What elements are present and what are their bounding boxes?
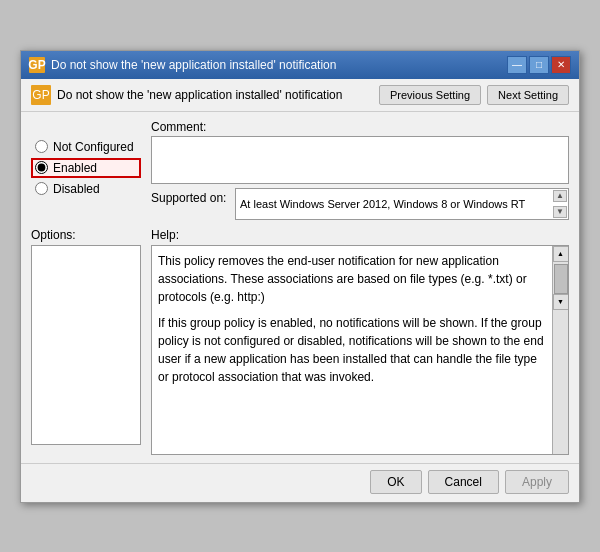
ok-button[interactable]: OK: [370, 470, 421, 494]
help-scroll-up[interactable]: ▲: [553, 246, 569, 262]
enabled-label: Enabled: [53, 161, 97, 175]
options-box: [31, 245, 141, 445]
header-bar: GP Do not show the 'new application inst…: [21, 79, 579, 112]
radio-group: Not Configured Enabled Disabled: [31, 120, 141, 220]
supported-label: Supported on:: [151, 188, 231, 205]
help-label: Help:: [151, 228, 569, 242]
disabled-label: Disabled: [53, 182, 100, 196]
enabled-radio-item[interactable]: Enabled: [31, 158, 141, 178]
header-icon-label: GP: [32, 88, 49, 102]
comment-label: Comment:: [151, 120, 569, 134]
options-panel: Options:: [31, 228, 141, 455]
bottom-section: Options: Help: This policy removes the e…: [31, 228, 569, 455]
footer: OK Cancel Apply: [21, 463, 579, 502]
not-configured-radio[interactable]: [35, 140, 48, 153]
cancel-button[interactable]: Cancel: [428, 470, 499, 494]
header-title: Do not show the 'new application install…: [57, 88, 342, 102]
right-section: Comment: Supported on: At least Windows …: [151, 120, 569, 220]
help-panel: Help: This policy removes the end-user n…: [151, 228, 569, 455]
header-left: GP Do not show the 'new application inst…: [31, 85, 342, 105]
main-window: GP Do not show the 'new application inst…: [20, 50, 580, 503]
supported-box: At least Windows Server 2012, Windows 8 …: [235, 188, 569, 220]
supported-scroll-up[interactable]: ▲: [553, 190, 567, 202]
next-setting-button[interactable]: Next Setting: [487, 85, 569, 105]
not-configured-label: Not Configured: [53, 140, 134, 154]
enabled-radio[interactable]: [35, 161, 48, 174]
comment-section: Comment:: [151, 120, 569, 184]
supported-scroll-down[interactable]: ▼: [553, 206, 567, 218]
help-box: This policy removes the end-user notific…: [151, 245, 569, 455]
options-label: Options:: [31, 228, 141, 242]
not-configured-radio-item[interactable]: Not Configured: [31, 138, 141, 156]
content-area: Not Configured Enabled Disabled Comment:: [21, 112, 579, 463]
apply-button[interactable]: Apply: [505, 470, 569, 494]
title-bar: GP Do not show the 'new application inst…: [21, 51, 579, 79]
help-scrollbar: ▲ ▼: [552, 246, 568, 454]
window-icon: GP: [29, 57, 45, 73]
header-icon: GP: [31, 85, 51, 105]
header-buttons: Previous Setting Next Setting: [379, 85, 569, 105]
disabled-radio[interactable]: [35, 182, 48, 195]
top-section: Not Configured Enabled Disabled Comment:: [31, 120, 569, 220]
help-scroll-down[interactable]: ▼: [553, 294, 569, 310]
supported-section: Supported on: At least Windows Server 20…: [151, 188, 569, 220]
minimize-button[interactable]: —: [507, 56, 527, 74]
previous-setting-button[interactable]: Previous Setting: [379, 85, 481, 105]
comment-textarea[interactable]: [151, 136, 569, 184]
help-text: This policy removes the end-user notific…: [152, 246, 568, 400]
help-paragraph-1: This policy removes the end-user notific…: [158, 252, 548, 306]
disabled-radio-item[interactable]: Disabled: [31, 180, 141, 198]
help-paragraph-2: If this group policy is enabled, no noti…: [158, 314, 548, 386]
window-icon-label: GP: [28, 58, 45, 72]
title-bar-left: GP Do not show the 'new application inst…: [29, 57, 336, 73]
supported-text: At least Windows Server 2012, Windows 8 …: [240, 198, 541, 210]
title-buttons: — □ ✕: [507, 56, 571, 74]
maximize-button[interactable]: □: [529, 56, 549, 74]
close-button[interactable]: ✕: [551, 56, 571, 74]
window-title: Do not show the 'new application install…: [51, 58, 336, 72]
help-scroll-thumb[interactable]: [554, 264, 568, 294]
